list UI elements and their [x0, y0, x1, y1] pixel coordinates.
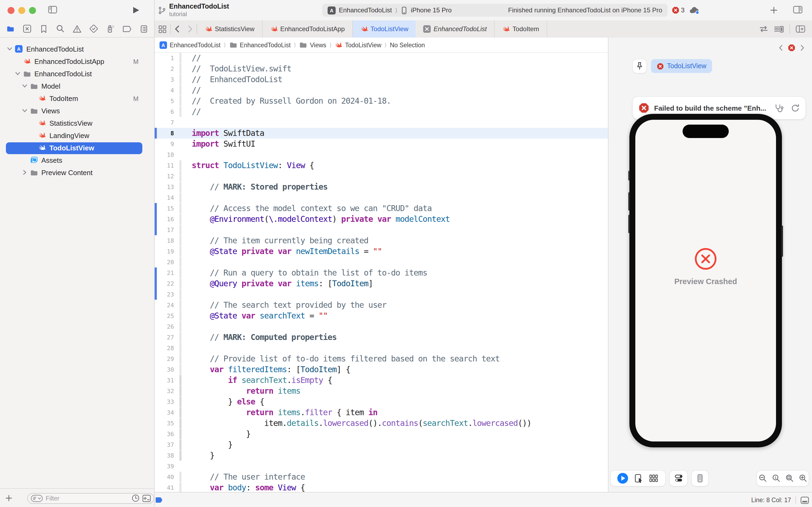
- forward-icon[interactable]: [184, 20, 196, 38]
- find-icon[interactable]: [55, 23, 66, 35]
- cloud-status-icon[interactable]: [689, 5, 700, 15]
- breadcrumb-item[interactable]: EnhancedTodoList: [229, 41, 291, 49]
- code-line-10[interactable]: 10: [155, 149, 608, 160]
- editor-options-icon[interactable]: [774, 25, 784, 33]
- tree-item-model[interactable]: Model: [0, 80, 154, 92]
- tree-item-todoitem[interactable]: TodoItemM: [0, 92, 154, 105]
- live-preview-icon[interactable]: [617, 472, 628, 484]
- line-number[interactable]: 19: [155, 248, 177, 255]
- tree-item-enhancedtodolist[interactable]: AEnhancedTodoList: [0, 43, 154, 55]
- line-number[interactable]: 29: [155, 355, 177, 362]
- code-line-20[interactable]: 20: [155, 257, 608, 268]
- breadcrumb-item[interactable]: TodoListView: [335, 41, 381, 49]
- line-number[interactable]: 21: [155, 269, 177, 276]
- source-control-icon[interactable]: [21, 23, 33, 35]
- line-number[interactable]: 41: [155, 484, 177, 491]
- line-number[interactable]: 36: [155, 431, 177, 438]
- zoom-window-button[interactable]: [29, 7, 36, 14]
- run-button[interactable]: [132, 6, 139, 14]
- line-number[interactable]: 23: [155, 291, 177, 298]
- line-number[interactable]: 13: [155, 183, 177, 190]
- editor-tab-enhancedtodolistapp[interactable]: EnhancedTodoListApp: [263, 20, 353, 38]
- tree-item-enhancedtodolist[interactable]: EnhancedTodoList: [0, 68, 154, 80]
- code-line-24[interactable]: 24 // The search text provided by the us…: [155, 300, 608, 311]
- zoom-100-icon[interactable]: 1: [771, 474, 780, 483]
- code-line-34[interactable]: 34 return items.filter { item in: [155, 407, 608, 418]
- line-number[interactable]: 10: [155, 151, 177, 158]
- line-number[interactable]: 20: [155, 259, 177, 266]
- tree-item-preview-content[interactable]: Preview Content: [0, 167, 154, 179]
- code-line-21[interactable]: 21 // Run a query to obtain the list of …: [155, 268, 608, 278]
- swap-editor-icon[interactable]: [759, 25, 768, 33]
- breakpoint-indicator-icon[interactable]: [155, 497, 163, 503]
- code-line-15[interactable]: 15 // Access the model context so we can…: [155, 203, 608, 214]
- project-navigator-icon[interactable]: [4, 23, 16, 35]
- disclosure-down-icon[interactable]: [21, 83, 28, 89]
- reports-icon[interactable]: [138, 23, 150, 35]
- line-number[interactable]: 24: [155, 301, 177, 308]
- tree-item-enhancedtodolistapp[interactable]: EnhancedTodoListAppM: [0, 55, 154, 68]
- breakpoints-icon[interactable]: [121, 23, 133, 35]
- code-line-37[interactable]: 37 }: [155, 439, 608, 450]
- code-line-9[interactable]: 9import SwiftUI: [155, 138, 608, 149]
- line-number[interactable]: 16: [155, 216, 177, 223]
- breadcrumb-item[interactable]: Views: [299, 41, 326, 49]
- editor-tab-enhancedtodolist[interactable]: EnhancedTodoList: [416, 20, 495, 38]
- line-number[interactable]: 11: [155, 162, 177, 169]
- disclosure-down-icon[interactable]: [14, 70, 21, 77]
- code-line-28[interactable]: 28: [155, 343, 608, 353]
- code-line-2[interactable]: 2// TodoListView.swift: [155, 63, 608, 74]
- code-line-13[interactable]: 13 // MARK: Stored properties: [155, 181, 608, 192]
- line-number[interactable]: 40: [155, 473, 177, 481]
- line-number[interactable]: 38: [155, 452, 177, 459]
- tree-item-todolistview[interactable]: TodoListViewM: [0, 142, 154, 154]
- code-line-16[interactable]: 16 @Environment(\.modelContext) private …: [155, 214, 608, 225]
- breadcrumb-item[interactable]: AEnhancedTodoList: [160, 41, 221, 49]
- tree-item-views[interactable]: Views: [0, 105, 154, 117]
- toggle-inspector-icon[interactable]: [793, 5, 803, 14]
- line-number[interactable]: 35: [155, 420, 177, 427]
- line-number[interactable]: 33: [155, 398, 177, 405]
- toggle-navigator-icon[interactable]: [48, 5, 57, 14]
- code-line-3[interactable]: 3// EnhancedTodoList: [155, 74, 608, 85]
- line-number[interactable]: 6: [155, 108, 177, 115]
- code-line-11[interactable]: 11struct TodoListView: View {: [155, 160, 608, 171]
- code-line-33[interactable]: 33 } else {: [155, 396, 608, 407]
- line-number[interactable]: 7: [155, 119, 177, 126]
- tests-icon[interactable]: [88, 23, 100, 35]
- line-number[interactable]: 27: [155, 334, 177, 341]
- code-line-23[interactable]: 23: [155, 289, 608, 300]
- variants-mode-icon[interactable]: [649, 474, 659, 482]
- error-count-badge[interactable]: 3: [672, 6, 685, 14]
- code-line-8[interactable]: 8import SwiftData: [155, 128, 608, 138]
- toggle-debug-area-icon[interactable]: [800, 496, 809, 504]
- line-number[interactable]: 3: [155, 76, 177, 83]
- preview-tab[interactable]: TodoListView: [651, 59, 712, 73]
- flags-filter-icon[interactable]: [142, 494, 151, 502]
- zoom-in-icon[interactable]: [798, 474, 807, 483]
- device-settings-button[interactable]: [670, 470, 687, 486]
- line-number[interactable]: 26: [155, 323, 177, 330]
- code-line-26[interactable]: 26: [155, 321, 608, 332]
- code-line-14[interactable]: 14: [155, 192, 608, 203]
- device-button[interactable]: [692, 470, 708, 486]
- line-number[interactable]: 14: [155, 194, 177, 201]
- code-line-18[interactable]: 18 // The item currently being created: [155, 235, 608, 246]
- line-number[interactable]: 1: [155, 55, 177, 61]
- run-destination[interactable]: iPhone 15 Pro: [411, 6, 452, 14]
- issues-icon[interactable]: [71, 23, 83, 35]
- scheme-selector[interactable]: A EnhancedTodoList ⟩ iPhone 15 Pro Finis…: [322, 4, 668, 17]
- code-line-7[interactable]: 7: [155, 117, 608, 128]
- debug-icon[interactable]: [105, 23, 117, 35]
- add-tab-icon[interactable]: [769, 6, 778, 14]
- code-line-40[interactable]: 40 // The user interface: [155, 471, 608, 482]
- editor-tab-todolistview[interactable]: TodoListView: [353, 20, 416, 38]
- scheme-target[interactable]: EnhancedTodoList: [339, 6, 392, 14]
- tree-item-landingview[interactable]: LandingView: [0, 129, 154, 142]
- code-area[interactable]: 1//2// TodoListView.swift3// EnhancedTod…: [155, 53, 608, 492]
- filter-field[interactable]: Filter: [27, 493, 154, 504]
- code-line-22[interactable]: 22 @Query private var items: [TodoItem]: [155, 278, 608, 289]
- line-number[interactable]: 22: [155, 280, 177, 287]
- line-number[interactable]: 8: [155, 130, 177, 137]
- code-line-5[interactable]: 5// Created by Russell Gordon on 2024-01…: [155, 96, 608, 106]
